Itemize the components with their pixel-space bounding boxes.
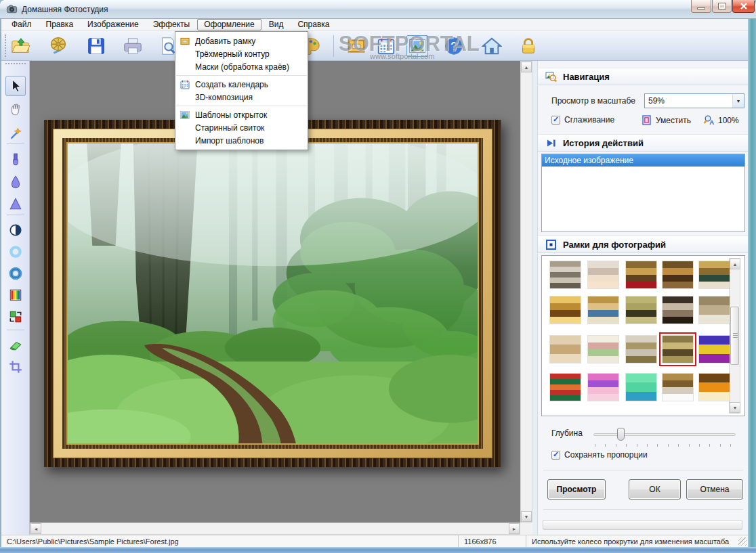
dropdown-item[interactable]: Создать календарь xyxy=(175,78,308,91)
toolbar-grip[interactable] xyxy=(5,35,7,57)
frames-scrollbar[interactable]: ▲ ▼ xyxy=(729,258,740,414)
scroll-left-icon[interactable]: ◄ xyxy=(30,523,41,534)
ok-button[interactable]: ОК xyxy=(629,479,681,500)
brush-tool-icon[interactable] xyxy=(5,150,26,170)
pan-tool-icon[interactable] xyxy=(5,99,26,120)
menu-item-3[interactable]: Изображение xyxy=(81,19,146,30)
frame-thumbnail[interactable] xyxy=(550,336,581,363)
frame-thumbnail[interactable] xyxy=(626,261,656,288)
keep-proportions-checkbox[interactable] xyxy=(551,451,560,460)
depth-slider-thumb[interactable] xyxy=(617,428,625,441)
print-icon[interactable] xyxy=(122,35,144,57)
canvas-vertical-scrollbar[interactable]: ▲ ▼ xyxy=(520,61,532,523)
menu-item-4[interactable]: Эффекты xyxy=(146,19,197,30)
film-roll-icon[interactable] xyxy=(47,35,69,57)
calendar-icon[interactable] xyxy=(375,35,397,57)
panel-scrollbar[interactable] xyxy=(543,520,742,530)
frame-thumbnail[interactable] xyxy=(588,336,618,363)
dropdown-item[interactable]: Трёхмерный контур xyxy=(175,47,308,60)
colors-tool-icon[interactable] xyxy=(5,285,26,305)
toolbar: ? xyxy=(1,31,748,61)
open-folder-icon[interactable] xyxy=(9,35,31,57)
blur-tool-icon[interactable] xyxy=(5,172,26,192)
add-frame-icon[interactable] xyxy=(345,35,367,57)
svg-text:A: A xyxy=(709,118,714,126)
select-tool-icon[interactable] xyxy=(5,76,26,96)
frame-thumbnail[interactable] xyxy=(663,374,693,401)
maximize-button[interactable] xyxy=(712,0,732,13)
frame-thumbnail-selected[interactable] xyxy=(663,336,693,363)
frame-thumbnail[interactable] xyxy=(663,296,693,324)
minimize-button[interactable] xyxy=(691,0,711,13)
magic-wand-tool-icon[interactable] xyxy=(5,123,26,143)
history-item[interactable]: Исходное изображение xyxy=(542,154,744,167)
cancel-button[interactable]: Отмена xyxy=(686,479,743,500)
red-eye-light-tool-icon[interactable] xyxy=(5,242,26,262)
save-icon[interactable] xyxy=(85,35,107,57)
frame-thumbnail[interactable] xyxy=(588,374,618,401)
crop-tool-icon[interactable] xyxy=(5,357,26,377)
depth-slider-track[interactable] xyxy=(593,433,736,436)
buy-icon[interactable] xyxy=(518,35,539,57)
scroll-down-icon[interactable]: ▼ xyxy=(521,511,532,522)
frame-thumbnail[interactable] xyxy=(626,336,656,363)
scroll-down-icon[interactable]: ▼ xyxy=(730,402,740,413)
canvas-horizontal-scrollbar[interactable]: ◄ ► xyxy=(30,523,520,535)
frame-thumbnail[interactable] xyxy=(699,374,730,401)
frame-thumbnail[interactable] xyxy=(588,261,618,288)
close-button[interactable] xyxy=(732,0,755,13)
frame-thumbnail[interactable] xyxy=(663,261,693,288)
smoothing-checkbox[interactable] xyxy=(551,116,560,125)
titlebar[interactable]: Домашняя Фотостудия xyxy=(0,0,756,19)
menu-item-2[interactable]: Правка xyxy=(39,19,81,30)
statusbar: C:\Users\Public\Pictures\Sample Pictures… xyxy=(1,535,748,547)
sharpen-tool-icon[interactable] xyxy=(5,194,26,214)
postcard-icon[interactable] xyxy=(406,35,428,57)
scroll-up-icon[interactable]: ▲ xyxy=(730,259,740,269)
frame-thumbnail[interactable] xyxy=(550,261,581,288)
contrast-tool-icon[interactable] xyxy=(5,220,26,240)
dropdown-item-label: Старинный свиток xyxy=(195,123,264,133)
dropdown-item[interactable]: Добавить рамку xyxy=(175,35,308,47)
scroll-right-icon[interactable]: ► xyxy=(509,523,520,534)
frame-thumbnail[interactable] xyxy=(699,296,730,324)
fit-button[interactable]: Уместить xyxy=(641,114,691,126)
dropdown-item[interactable]: Импорт шаблонов xyxy=(175,134,308,147)
dropdown-item[interactable]: Маски (обработка краёв) xyxy=(175,60,308,73)
frame-thumbnail[interactable] xyxy=(626,296,656,324)
frame-thumbnail[interactable] xyxy=(550,374,581,401)
menu-item-5[interactable]: Оформление xyxy=(197,19,261,30)
menu-item-6[interactable]: Вид xyxy=(262,19,291,30)
dropdown-item[interactable]: Шаблоны открыток xyxy=(175,108,308,121)
preview-button[interactable]: Просмотр xyxy=(547,479,606,500)
swap-colors-tool-icon[interactable] xyxy=(5,307,26,327)
scroll-up-icon[interactable]: ▲ xyxy=(521,62,532,72)
keep-proportions-row[interactable]: Сохранять пропорции xyxy=(551,450,648,460)
eraser-tool-icon[interactable] xyxy=(5,335,26,355)
home-icon[interactable] xyxy=(481,35,503,57)
frame-thumbnail[interactable] xyxy=(550,296,581,324)
zoom-scale-label: Просмотр в масштабе xyxy=(551,96,635,106)
dropdown-item[interactable]: Старинный свиток xyxy=(175,121,308,134)
slider-tick xyxy=(626,444,627,447)
frames-gallery[interactable]: ▲ ▼ xyxy=(541,255,745,416)
resize-grip[interactable] xyxy=(738,537,747,546)
frame-thumbnail[interactable] xyxy=(699,261,730,288)
frames-scrollbar-thumb[interactable] xyxy=(730,307,739,365)
tool-separator xyxy=(7,330,24,330)
chevron-down-icon[interactable]: ▼ xyxy=(732,94,744,108)
frame-thumbnail[interactable] xyxy=(626,374,656,401)
frame-thumbnail[interactable] xyxy=(588,296,618,324)
dropdown-item[interactable]: 3D-композиция xyxy=(175,91,308,104)
history-list[interactable]: Исходное изображение xyxy=(541,154,745,232)
framed-image[interactable] xyxy=(44,120,501,467)
zoom-100-button[interactable]: A 100% xyxy=(703,114,739,126)
menu-item-7[interactable]: Справка xyxy=(291,19,336,30)
help-icon[interactable]: ? xyxy=(443,35,465,57)
left-toolbar-grip[interactable] xyxy=(5,63,26,65)
menu-item-1[interactable]: Файл xyxy=(5,19,39,30)
zoom-scale-select[interactable]: 59% ▼ xyxy=(644,93,744,108)
red-eye-dark-tool-icon[interactable] xyxy=(5,263,26,284)
smoothing-checkbox-row[interactable]: Сглаживание xyxy=(551,115,614,125)
frame-thumbnail[interactable] xyxy=(699,336,730,363)
